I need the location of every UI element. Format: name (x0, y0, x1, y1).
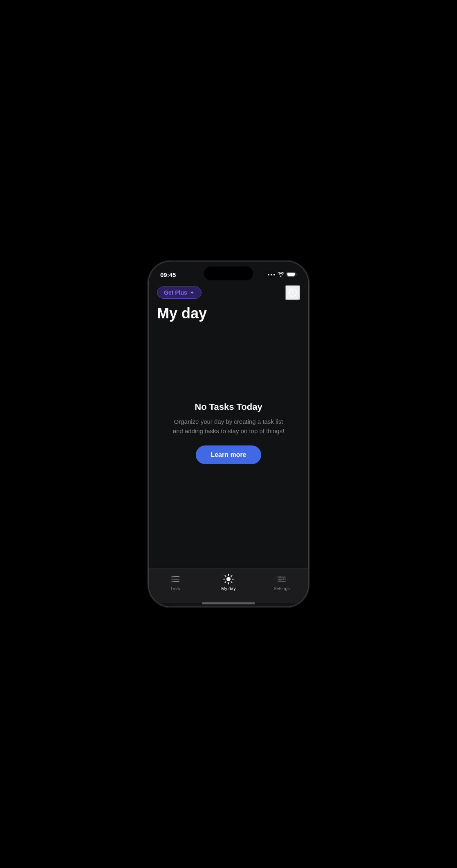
tab-bar: Lists My day (149, 568, 308, 603)
status-icons (268, 271, 297, 278)
svg-point-23 (279, 580, 281, 582)
svg-line-16 (231, 576, 232, 577)
svg-line-15 (231, 582, 232, 582)
svg-line-17 (225, 582, 226, 582)
svg-point-6 (172, 576, 173, 577)
tab-settings[interactable]: Settings (255, 574, 308, 591)
screen: 09:45 (149, 262, 308, 606)
svg-point-8 (172, 581, 173, 582)
home-bar (202, 602, 255, 604)
signal-icon (268, 274, 275, 275)
svg-point-9 (226, 577, 231, 581)
tab-lists[interactable]: Lists (149, 574, 202, 591)
tab-my-day-label: My day (221, 586, 235, 591)
svg-point-7 (172, 579, 173, 580)
settings-tab-icon (276, 574, 287, 584)
learn-more-button[interactable]: Learn more (196, 445, 261, 464)
svg-line-14 (225, 576, 226, 577)
wifi-icon (278, 271, 284, 278)
battery-icon (287, 271, 297, 278)
tab-lists-label: Lists (171, 586, 180, 591)
empty-state-title: No Tasks Today (195, 402, 262, 412)
svg-rect-1 (287, 273, 295, 276)
lists-tab-icon (170, 574, 181, 584)
get-plus-button[interactable]: Get Plus ✦ (157, 286, 202, 299)
get-plus-label: Get Plus (164, 289, 187, 296)
empty-state-description: Organize your day by creating a task lis… (173, 417, 285, 436)
my-day-tab-icon (223, 574, 234, 584)
history-icon (288, 288, 298, 298)
phone-frame: 09:45 (149, 262, 308, 606)
sparkle-icon: ✦ (190, 289, 195, 296)
dynamic-island (204, 266, 253, 280)
tab-my-day[interactable]: My day (202, 574, 255, 591)
svg-point-21 (279, 576, 281, 578)
tab-settings-label: Settings (273, 586, 290, 591)
svg-point-22 (282, 578, 285, 580)
home-indicator (149, 603, 308, 606)
status-time: 09:45 (160, 271, 176, 278)
main-content: No Tasks Today Organize your day by crea… (149, 298, 308, 568)
